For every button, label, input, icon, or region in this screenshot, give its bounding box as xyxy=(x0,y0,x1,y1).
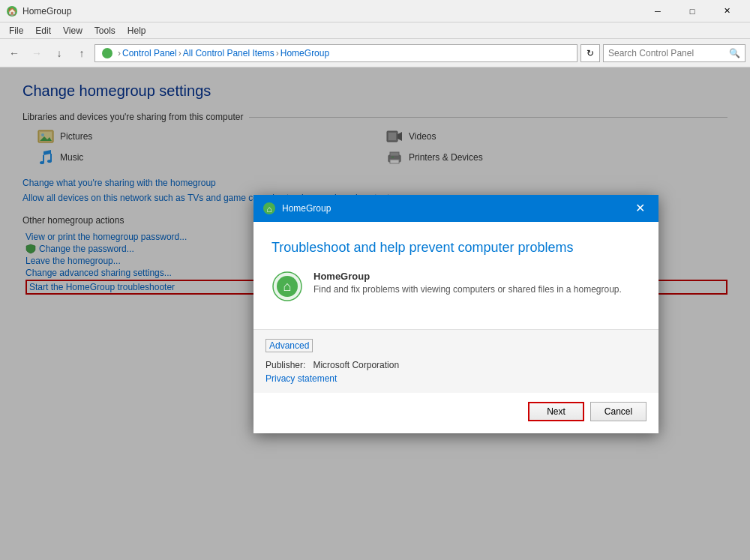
troubleshoot-item-info: HomeGroup Find and fix problems with vie… xyxy=(314,271,622,295)
publisher-label: Publisher: xyxy=(266,360,305,370)
svg-point-2 xyxy=(102,48,112,58)
dropdown-button[interactable]: ↓ xyxy=(50,43,69,63)
address-bar: ← → ↓ ↑ › Control Panel › All Control Pa… xyxy=(0,39,750,67)
svg-text:🏠: 🏠 xyxy=(8,7,17,16)
close-button[interactable]: ✕ xyxy=(710,0,744,22)
dialog-footer: Advanced Publisher: Microsoft Corporatio… xyxy=(254,329,658,393)
svg-text:⌂: ⌂ xyxy=(284,279,292,294)
forward-button[interactable]: → xyxy=(27,43,46,63)
dialog-title-text: HomeGroup xyxy=(282,203,630,214)
refresh-button[interactable]: ↻ xyxy=(580,44,600,62)
svg-text:⌂: ⌂ xyxy=(266,204,272,214)
menu-tools[interactable]: Tools xyxy=(88,24,122,37)
menu-edit[interactable]: Edit xyxy=(29,24,57,37)
dialog-body: Troubleshoot and help prevent computer p… xyxy=(254,222,658,329)
minimize-button[interactable]: ─ xyxy=(640,0,675,22)
breadcrumb-homegroup[interactable]: HomeGroup xyxy=(280,48,329,58)
dialog-buttons: Next Cancel xyxy=(254,393,658,433)
troubleshoot-item-desc: Find and fix problems with viewing compu… xyxy=(314,284,622,295)
troubleshoot-item: ⌂ HomeGroup Find and fix problems with v… xyxy=(272,271,640,302)
privacy-link[interactable]: Privacy statement xyxy=(266,373,337,384)
troubleshoot-dialog: ⌂ HomeGroup ✕ Troubleshoot and help prev… xyxy=(254,195,658,433)
path-icon xyxy=(101,47,113,59)
menu-view[interactable]: View xyxy=(57,24,88,37)
menu-file[interactable]: File xyxy=(3,24,29,37)
maximize-button[interactable]: □ xyxy=(675,0,710,22)
up-button[interactable]: ↑ xyxy=(72,43,92,63)
title-bar-title: HomeGroup xyxy=(22,6,640,16)
menu-bar: File Edit View Tools Help xyxy=(0,22,750,39)
title-bar: 🏠 HomeGroup ─ □ ✕ xyxy=(0,0,750,22)
menu-help[interactable]: Help xyxy=(122,24,152,37)
dialog-title-icon: ⌂ xyxy=(262,202,276,215)
breadcrumb-control-panel[interactable]: Control Panel xyxy=(122,48,177,58)
back-button[interactable]: ← xyxy=(4,43,24,63)
address-path[interactable]: › Control Panel › All Control Panel Item… xyxy=(94,44,578,62)
advanced-link[interactable]: Advanced xyxy=(266,339,313,352)
troubleshoot-item-name: HomeGroup xyxy=(314,271,622,282)
dialog-heading: Troubleshoot and help prevent computer p… xyxy=(272,240,640,256)
breadcrumb-all-items[interactable]: All Control Panel Items xyxy=(183,48,274,58)
title-bar-controls: ─ □ ✕ xyxy=(640,0,744,22)
title-bar-icon: 🏠 xyxy=(6,5,18,17)
publisher-name: Microsoft Corporation xyxy=(313,360,399,370)
search-input[interactable] xyxy=(608,48,729,58)
main-content: Change homegroup settings Libraries and … xyxy=(0,67,750,560)
dialog-close-button[interactable]: ✕ xyxy=(630,199,650,218)
troubleshoot-item-icon: ⌂ xyxy=(272,271,303,302)
next-button[interactable]: Next xyxy=(528,402,584,421)
dialog-title-bar: ⌂ HomeGroup ✕ xyxy=(254,195,658,222)
search-icon: 🔍 xyxy=(729,48,740,58)
cancel-button[interactable]: Cancel xyxy=(590,402,646,421)
search-box: 🔍 xyxy=(603,44,746,62)
publisher-line: Publisher: Microsoft Corporation xyxy=(266,360,646,370)
